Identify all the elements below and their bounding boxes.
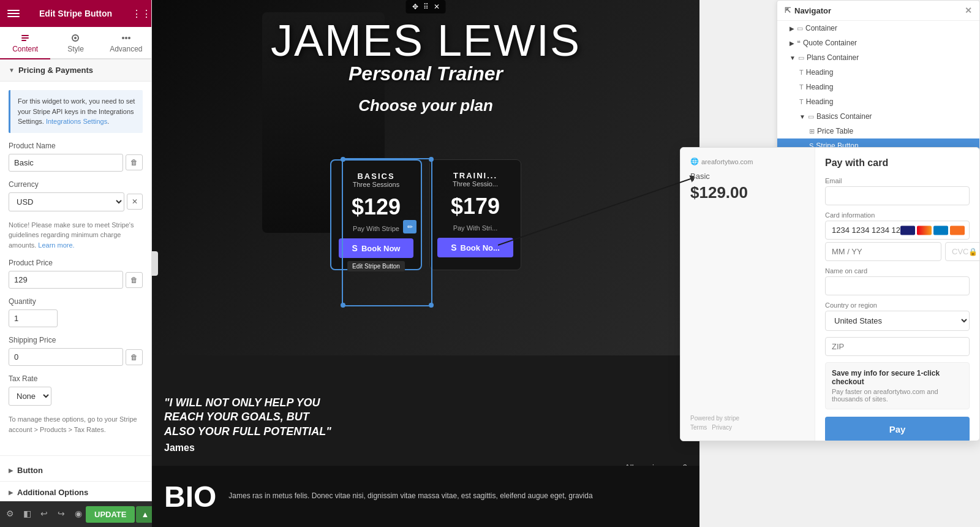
stripe-modal-left: 🌐 areafortytwo.com Basic $129.00 Powered…	[680, 148, 815, 441]
hamburger-icon[interactable]	[7, 7, 20, 20]
tab-style[interactable]: Style	[50, 27, 100, 58]
training-price-card[interactable]: TRAINI... Three Sessio... $179 Pay With …	[429, 159, 521, 270]
svg-rect-0	[21, 35, 29, 36]
svg-point-5	[125, 37, 127, 39]
hero-subtitle: Personal Trainer	[152, 63, 699, 85]
product-name-input[interactable]	[9, 154, 123, 172]
svg-rect-1	[21, 37, 29, 39]
edit-pencil-icon[interactable]: ✏	[403, 220, 417, 233]
edit-stripe-tooltip: Edit Stripe Button	[347, 261, 405, 271]
stripe-modal-right: Pay with card Email Card information CVC…	[815, 148, 979, 441]
stripe-expiry-cvv-row: CVC 🔒	[825, 242, 970, 261]
tab-content[interactable]: Content	[0, 27, 50, 59]
product-name-clear-button[interactable]: 🗑	[126, 154, 143, 170]
navigator-title: Navigator	[794, 6, 831, 15]
grid-icon[interactable]: ⋮⋮	[132, 7, 144, 20]
basics-book-button[interactable]: S Book Now	[339, 238, 413, 258]
terms-link[interactable]: Terms	[690, 424, 707, 431]
redo-icon[interactable]: ↪	[58, 509, 69, 520]
currency-clear-button[interactable]: ✕	[127, 194, 143, 210]
learn-more-link[interactable]: Learn more.	[38, 241, 74, 249]
canvas-resize-handle[interactable]	[152, 251, 158, 276]
stripe-zip-input[interactable]	[825, 337, 970, 356]
bio-logo: BIO	[164, 480, 216, 514]
navigator-close-button[interactable]: ✕	[965, 6, 972, 15]
tax-notice-text: To manage these options, go to your Stri…	[9, 414, 143, 434]
navigator-header: ⇱ Navigator ✕	[777, 1, 979, 21]
training-price: $179	[437, 194, 513, 219]
nav-item-plans-container[interactable]: ▼ ▭ Plans Container	[777, 50, 979, 65]
visa-icon	[900, 226, 915, 235]
stripe-save-desc: Pay faster on areafortytwo.com and thous…	[832, 388, 963, 403]
undo-icon[interactable]: ↩	[40, 509, 51, 520]
button-section-header[interactable]: ▶ Button	[0, 460, 151, 482]
basics-pay-text: Pay With Stripe	[339, 225, 413, 232]
pricing-section-header[interactable]: ▼ Pricing & Payments	[0, 59, 151, 82]
pricing-cards-row: BASICS Three Sessions $129 Pay With Stri…	[330, 159, 521, 270]
settings-icon[interactable]: ⚙	[6, 509, 17, 520]
nav-chevron-icon-2: ▶	[790, 40, 794, 47]
nav-item-heading-3[interactable]: T Heading	[777, 94, 979, 109]
nav-item-heading-2[interactable]: T Heading	[777, 80, 979, 94]
svg-rect-2	[21, 40, 26, 41]
quantity-field: Quantity	[9, 297, 143, 327]
svg-point-7	[128, 37, 130, 39]
tax-rate-select[interactable]: None 5% 10%	[9, 387, 51, 406]
stripe-product-name: Basic	[690, 172, 805, 181]
training-sessions: Three Sessio...	[437, 180, 513, 188]
stripe-s-icon-2: S	[451, 243, 456, 252]
stripe-domain: 🌐 areafortytwo.com	[690, 157, 805, 165]
basics-sessions: Three Sessions	[339, 181, 413, 188]
stripe-price-display: $129.00	[690, 183, 805, 202]
layers-icon[interactable]: ◧	[23, 509, 34, 520]
handle-icon[interactable]: ⠿	[423, 2, 429, 11]
shipping-clear-button[interactable]: 🗑	[126, 349, 143, 365]
panel-body: ▼ Pricing & Payments For this widget to …	[0, 59, 151, 527]
stripe-cvv-input[interactable]: CVC 🔒	[945, 242, 979, 261]
additional-options-section-header[interactable]: ▶ Additional Options	[0, 482, 151, 504]
panel-header: Edit Stripe Button ⋮⋮	[0, 0, 151, 27]
svg-point-6	[122, 37, 124, 39]
integrations-link[interactable]: Integrations Settings	[46, 118, 107, 125]
stripe-powered-by: Powered by stripe	[690, 415, 805, 422]
move-icon[interactable]: ✥	[412, 2, 418, 11]
nav-item-price-table[interactable]: ⊞ Price Table	[777, 124, 979, 138]
nav-item-basics-container[interactable]: ▼ ▭ Basics Container	[777, 109, 979, 124]
stripe-pay-button[interactable]: Pay	[825, 417, 970, 441]
training-book-button[interactable]: S Book No...	[437, 238, 513, 257]
product-price-clear-button[interactable]: 🗑	[126, 272, 143, 288]
close-icon[interactable]: ✕	[434, 2, 440, 11]
amex-icon	[933, 226, 948, 235]
update-button[interactable]: UPDATE	[86, 506, 135, 523]
stripe-name-input[interactable]	[825, 276, 970, 295]
panel-title: Edit Stripe Button	[39, 9, 112, 18]
eye-icon[interactable]: ◉	[75, 509, 86, 520]
currency-select[interactable]: USD EUR GBP	[9, 192, 124, 211]
bio-text: James ras in metus felis. Donec vitae ni…	[228, 490, 687, 502]
stripe-save-title: Save my info for secure 1-click checkout	[832, 369, 963, 386]
nav-chevron-icon: ▶	[790, 25, 794, 32]
privacy-link[interactable]: Privacy	[712, 424, 732, 431]
panel-tabs: Content Style Advanced	[0, 27, 151, 59]
tab-advanced[interactable]: Advanced	[101, 27, 151, 58]
stripe-email-input[interactable]	[825, 186, 970, 205]
globe-icon: 🌐	[690, 157, 699, 165]
nav-item-quote-container[interactable]: ▶ ❝ Quote Container	[777, 36, 979, 50]
basics-card-title: BASICS	[339, 172, 413, 181]
basics-price-card[interactable]: BASICS Three Sessions $129 Pay With Stri…	[330, 159, 422, 270]
pricing-section-content: For this widget to work, you need to set…	[0, 82, 151, 452]
nav-chevron-icon-3: ▼	[790, 55, 796, 61]
basics-price: $129	[339, 194, 413, 220]
stripe-country-select[interactable]: United States Canada UK	[825, 311, 970, 331]
email-label: Email	[825, 177, 970, 184]
nav-item-container[interactable]: ▶ ▭ Container	[777, 21, 979, 36]
shipping-price-input[interactable]	[9, 348, 123, 366]
navigator-expand-icon[interactable]: ⇱	[785, 6, 791, 15]
bottom-icons-group: ⚙ ◧ ↩ ↪ ◉	[6, 509, 86, 520]
nav-item-heading-1[interactable]: T Heading	[777, 65, 979, 80]
currency-field: Currency USD EUR GBP ✕	[9, 180, 143, 211]
quantity-input[interactable]	[9, 309, 58, 327]
stripe-expiry-input[interactable]	[825, 242, 941, 261]
product-price-input[interactable]	[9, 271, 123, 289]
stripe-footer-links: Terms Privacy	[690, 424, 805, 431]
